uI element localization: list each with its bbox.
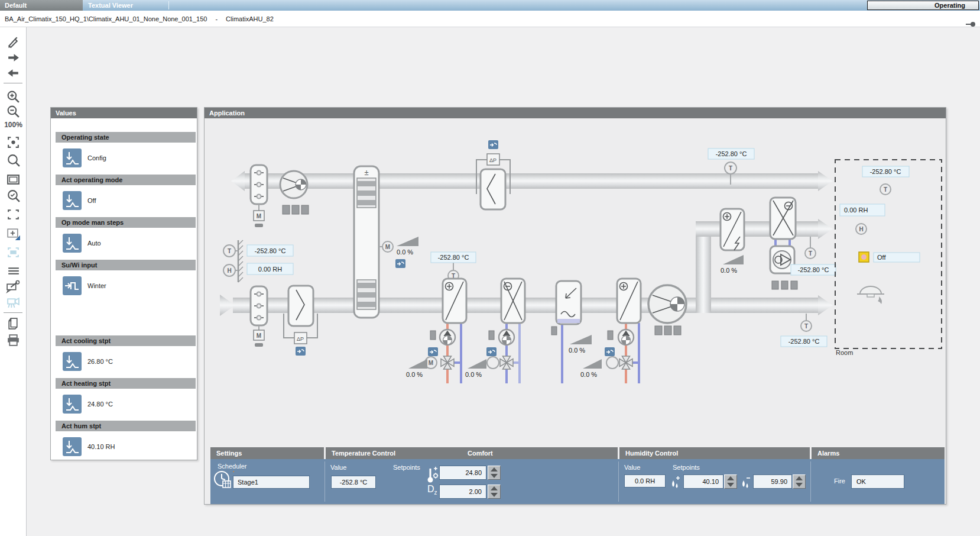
zone-coil[interactable] xyxy=(770,198,797,289)
heating-valve-signal: 0.0 % xyxy=(406,371,423,378)
settings-bar: Settings Temperature Control Comfort Hum… xyxy=(205,447,946,504)
back-arrow-icon[interactable] xyxy=(6,66,21,80)
zoom-in-icon[interactable] xyxy=(6,89,21,104)
heating-pump[interactable] xyxy=(440,330,455,345)
value-item-act-cooling-stpt[interactable]: 26.80 °C xyxy=(63,352,197,371)
hum-value-label: Value xyxy=(624,464,640,471)
comfort-label: Comfort xyxy=(468,447,493,459)
svg-text:H: H xyxy=(859,226,863,233)
value-item-op-mode-man-steps[interactable]: Auto xyxy=(63,234,197,253)
setpoint-icon[interactable] xyxy=(428,347,438,356)
scheduler-clock-icon[interactable] xyxy=(213,469,234,491)
humidify-setpoint-input[interactable]: 40.10 xyxy=(683,474,723,489)
cooling-pump[interactable] xyxy=(499,330,514,345)
extract-filter[interactable]: ΔP xyxy=(476,140,510,209)
outdoor-temp-value: -252.80 °C xyxy=(255,247,286,254)
edit-pen-icon[interactable] xyxy=(6,34,21,49)
pages-icon[interactable] xyxy=(6,316,21,331)
ahu-diagram: M ± M 0.0 % xyxy=(205,118,946,448)
setpoint-icon[interactable] xyxy=(488,140,498,149)
group-act-cooling-stpt: Act cooling stpt xyxy=(56,335,196,346)
outdoor-filter[interactable]: ΔP xyxy=(284,286,317,356)
top-tab-bar: Default Textual Viewer Operating xyxy=(0,0,980,11)
viewport-icon[interactable] xyxy=(6,172,21,187)
humidify-setpoint-spinner[interactable] xyxy=(724,474,737,489)
setpoint-icon[interactable] xyxy=(486,347,497,356)
svg-text:M: M xyxy=(257,332,261,339)
print-icon[interactable] xyxy=(6,332,21,347)
deadzone-input[interactable]: 2.00 xyxy=(439,485,486,499)
exhaust-fan[interactable] xyxy=(280,171,309,214)
select-region-icon[interactable] xyxy=(6,207,21,222)
value-item-suwi-input[interactable]: Winter xyxy=(63,276,197,295)
value-item-act-operating-mode[interactable]: Off xyxy=(63,191,197,210)
value-item-act-heating-stpt[interactable]: 24.80 °C xyxy=(63,395,197,414)
zone-supply-temp-value: -252.80 °C xyxy=(798,266,829,273)
camera-disabled-icon xyxy=(6,295,21,309)
override-icon[interactable] xyxy=(63,234,82,253)
setpoint-icon[interactable] xyxy=(605,347,615,356)
tab-textual-viewer[interactable]: Textual Viewer xyxy=(83,0,168,11)
input-icon[interactable] xyxy=(63,276,82,295)
outdoor-damper[interactable]: M xyxy=(251,286,267,347)
temperature-control-column: Value -252.8 °C Setpoints 24.80 Dz xyxy=(326,459,618,504)
setpoint-icon[interactable] xyxy=(296,347,306,356)
settings-header: Settings xyxy=(210,447,324,459)
value-item-label: Auto xyxy=(87,240,101,247)
setpoint-icon[interactable] xyxy=(395,259,405,268)
reheating-coil[interactable]: 0.0 % xyxy=(580,279,641,383)
tab-default[interactable]: Default xyxy=(0,0,83,11)
comfort-setpoint-input[interactable]: 24.80 xyxy=(439,466,486,480)
exhaust-damper[interactable]: M xyxy=(251,165,267,227)
svg-text:T: T xyxy=(729,165,732,172)
electric-heater[interactable]: 0.0 % xyxy=(721,209,744,274)
heating-valve[interactable] xyxy=(441,356,454,369)
select-window-disabled-icon xyxy=(6,245,21,260)
reheating-valve[interactable] xyxy=(619,356,632,369)
room-supply-temp-sensor: T -252.80 °C xyxy=(781,314,827,347)
group-act-hum-stpt: Act hum stpt xyxy=(56,421,196,431)
svg-text:T: T xyxy=(809,250,812,257)
reheating-pump[interactable] xyxy=(618,330,634,345)
deadzone-spinner[interactable] xyxy=(488,485,501,499)
temp-value-label: Value xyxy=(330,464,346,471)
forward-arrow-icon[interactable] xyxy=(6,50,21,65)
magnifier-icon[interactable] xyxy=(6,153,21,168)
settings-body: Scheduler Stage1 Value -252.8 °C Setpoin… xyxy=(210,459,945,504)
value-item-operating-state[interactable]: Config xyxy=(63,148,197,167)
override-icon[interactable] xyxy=(63,191,82,210)
dehumidify-setpoint-input[interactable]: 59.90 xyxy=(753,474,792,489)
group-op-mode-man-steps: Op mode man steps xyxy=(56,217,196,228)
humidifier-signal: 0.0 % xyxy=(569,347,585,354)
cooling-coil[interactable]: 0.0 % xyxy=(465,279,525,383)
scheduler-input[interactable]: Stage1 xyxy=(233,476,310,489)
heating-coil[interactable]: M 0.0 % xyxy=(406,279,466,383)
override-icon[interactable] xyxy=(63,148,82,167)
room-state-value: Off xyxy=(877,254,886,261)
value-item-act-hum-stpt[interactable]: 40.10 RH xyxy=(63,437,197,456)
humidity-control-header: Humidity Control xyxy=(619,447,810,459)
layers-menu-icon[interactable] xyxy=(6,263,21,278)
zoom-check-icon[interactable] xyxy=(6,189,21,204)
heat-recovery-unit[interactable]: ± M 0.0 % xyxy=(354,166,418,318)
override-icon[interactable] xyxy=(63,395,82,414)
comfort-setpoint-spinner[interactable] xyxy=(488,466,501,480)
cooling-valve-signal: 0.0 % xyxy=(465,371,482,378)
operating-button[interactable]: Operating xyxy=(867,1,979,10)
group-operating-state: Operating state xyxy=(56,132,196,143)
application-panel-title: Application xyxy=(205,108,946,118)
pin-icon[interactable] xyxy=(965,17,976,33)
override-icon[interactable] xyxy=(63,437,82,456)
fire-status-box: OK xyxy=(851,474,904,489)
override-icon[interactable] xyxy=(63,352,82,371)
room-humidity-value: 0.00 RH xyxy=(844,206,868,214)
zoom-out-icon[interactable] xyxy=(6,104,21,119)
zoom-level: 100% xyxy=(1,121,25,129)
pan-crosshair-icon[interactable] xyxy=(6,226,21,241)
supply-fan[interactable] xyxy=(648,285,686,335)
dehumidify-setpoint-spinner[interactable] xyxy=(793,474,806,489)
cooling-valve[interactable] xyxy=(500,356,513,369)
fit-view-icon[interactable] xyxy=(6,135,21,150)
svg-text:H: H xyxy=(227,267,231,274)
annotation-icon[interactable] xyxy=(6,279,21,294)
